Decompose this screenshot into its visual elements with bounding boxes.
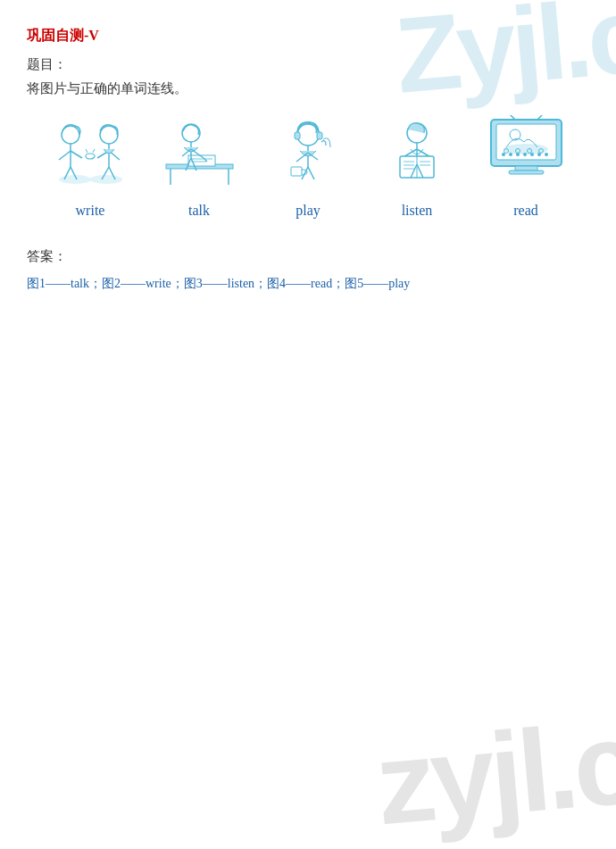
svg-point-1 (90, 175, 122, 184)
svg-point-14 (86, 154, 95, 159)
svg-rect-31 (295, 132, 300, 139)
page-title: 巩固自测-V (27, 27, 589, 46)
word-write: write (41, 203, 139, 219)
svg-line-4 (59, 151, 71, 160)
words-row: write talk play listen read (27, 196, 589, 226)
svg-point-59 (509, 153, 512, 156)
svg-line-37 (308, 167, 314, 179)
word-listen: listen (368, 203, 466, 219)
answer-section: 答案： 图1——talk；图2——write；图3——listen；图4——re… (27, 248, 589, 295)
image-2 (150, 115, 248, 187)
answer-text: 图1——talk；图2——write；图3——listen；图4——read；图… (27, 272, 589, 295)
svg-point-62 (530, 153, 534, 156)
svg-point-8 (100, 126, 118, 144)
svg-rect-38 (291, 167, 302, 176)
question-label: 题目： (27, 56, 589, 73)
svg-line-5 (71, 151, 82, 158)
svg-rect-32 (317, 132, 322, 139)
svg-line-15 (86, 149, 87, 153)
image-3 (259, 115, 357, 187)
word-talk: talk (150, 203, 248, 219)
svg-rect-55 (509, 171, 544, 174)
word-read: read (477, 203, 575, 219)
svg-rect-54 (515, 166, 537, 171)
watermark-bottom: zyjl.c (372, 704, 616, 843)
svg-point-61 (523, 153, 527, 156)
svg-point-64 (545, 153, 548, 156)
answer-label: 答案： (27, 248, 589, 265)
image-4 (368, 115, 466, 187)
question-instruction: 将图片与正确的单词连线。 (27, 80, 589, 97)
svg-point-58 (502, 153, 505, 156)
image-5 (477, 115, 575, 187)
word-play: play (259, 203, 357, 219)
svg-line-16 (93, 149, 95, 153)
image-1 (41, 115, 139, 187)
images-row (27, 115, 589, 187)
